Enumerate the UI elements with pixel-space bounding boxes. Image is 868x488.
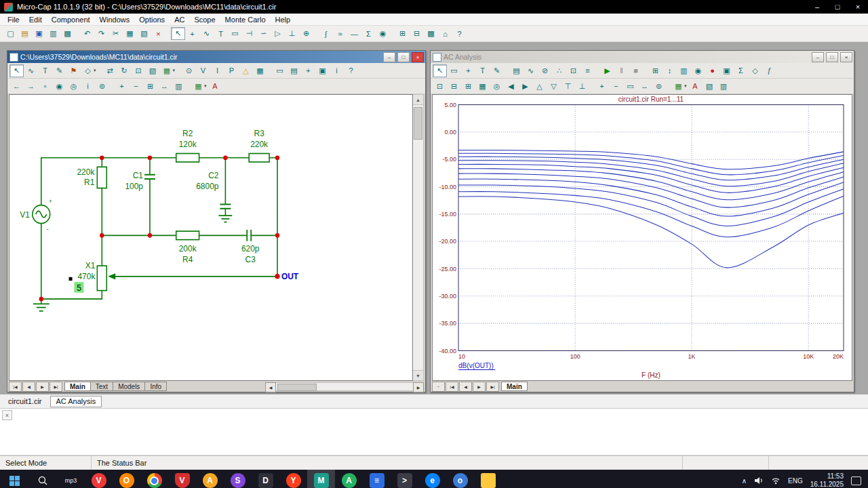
state-variables-icon[interactable]: Σ	[734, 64, 748, 77]
back-icon[interactable]: ←	[9, 80, 24, 93]
grid-icon[interactable]: ▦	[475, 80, 490, 93]
info-mode-icon[interactable]: i	[81, 80, 95, 93]
scroll-right-button[interactable]: ▶	[413, 382, 424, 392]
forward-icon[interactable]: →	[24, 80, 38, 93]
copy-graph-icon[interactable]: ▧	[703, 80, 717, 93]
pan-icon[interactable]: ↔	[157, 80, 172, 93]
limits-icon[interactable]: ⊞	[648, 64, 663, 77]
selection-handle[interactable]	[69, 277, 73, 281]
taskbar-clock[interactable]: 11:53 16.11.2025	[810, 472, 844, 488]
rotate-icon[interactable]: ↻	[117, 64, 132, 77]
taskbar-app-chrome[interactable]	[140, 470, 168, 488]
graphics-icon[interactable]: ✎	[490, 64, 504, 77]
search-button[interactable]	[28, 470, 57, 488]
open-file-icon[interactable]: ▤	[18, 27, 32, 40]
network-icon[interactable]	[771, 476, 781, 485]
analysis-minimize-button[interactable]: –	[812, 52, 824, 62]
font-icon[interactable]: A	[688, 80, 703, 93]
pause-icon[interactable]: ‖	[614, 64, 629, 77]
taskbar-app-music-tag[interactable]: mp3	[57, 470, 85, 488]
sheet-tab-main[interactable]: Main	[64, 382, 91, 391]
taskbar-app-app-s[interactable]: S	[224, 470, 252, 488]
stepping-icon[interactable]: ↕	[663, 64, 677, 77]
taskbar-app-file-explorer[interactable]	[474, 470, 502, 488]
first-page-button[interactable]: |◀	[446, 382, 458, 392]
analysis-page-tab-main[interactable]: Main	[501, 382, 528, 391]
page-icon[interactable]: ▥	[717, 80, 731, 93]
document-tab-circuit1[interactable]: circuit1.cir	[3, 396, 47, 407]
maximize-button[interactable]: □	[827, 0, 848, 14]
x1-param-value[interactable]: 5	[77, 283, 81, 292]
delete-icon[interactable]: ×	[151, 27, 165, 40]
prev-sheet-button[interactable]: ◀	[22, 382, 35, 392]
scope-mode-icon[interactable]: ▭	[447, 64, 461, 77]
x-axis-icon[interactable]: ⊟	[447, 80, 461, 93]
schematic-restore-button[interactable]: □	[397, 52, 410, 62]
undo-icon[interactable]: ↶	[80, 27, 94, 40]
component-icon[interactable]: ◇	[81, 64, 95, 77]
color-dropdown[interactable]: ▾	[173, 68, 176, 73]
sheet-tab-models[interactable]: Models	[113, 382, 145, 391]
info-icon[interactable]: i	[330, 64, 344, 77]
schematic-window-titlebar[interactable]: C:\Users\37529\Downloads\MC11\data\circu…	[7, 51, 425, 63]
ground-tool-icon[interactable]: ⊥	[285, 27, 299, 40]
cursor-mode-icon[interactable]: +	[461, 64, 475, 77]
help-icon[interactable]: ?	[452, 27, 467, 40]
font-icon[interactable]: A	[208, 80, 222, 93]
paste-icon[interactable]: ▧	[137, 27, 151, 40]
first-sheet-button[interactable]: |◀	[9, 382, 22, 392]
dc-analysis-icon[interactable]: —	[347, 27, 361, 40]
taskbar-app-micro-cap[interactable]: M	[307, 470, 335, 488]
find-next-icon[interactable]: ◎	[66, 80, 81, 93]
wire-icon[interactable]: ∿	[24, 64, 38, 77]
resistor-tool-icon[interactable]: ▭	[228, 27, 242, 40]
performance-icon[interactable]: ƒ	[762, 64, 776, 77]
panel-close-icon[interactable]: ×	[2, 410, 12, 420]
zoom-out-icon[interactable]: −	[609, 80, 623, 93]
scroll-left-button[interactable]: ◀	[265, 382, 276, 392]
palette-dropdown[interactable]: ▾	[204, 83, 207, 89]
analysis-plot-area[interactable]: 5.000.00-5.00-10.00-15.00-20.00-25.00-30…	[432, 94, 852, 381]
cursor-right-icon[interactable]: ▶	[518, 80, 532, 93]
zoom-in-icon[interactable]: +	[595, 80, 609, 93]
pan-graph-icon[interactable]: ↔	[637, 80, 652, 93]
close-button[interactable]: ×	[848, 0, 868, 14]
help-schematic-icon[interactable]: ?	[344, 64, 358, 77]
clock-icon[interactable]: ⊚	[95, 80, 109, 93]
menu-item-component[interactable]: Component	[47, 14, 95, 25]
menu-item-options[interactable]: Options	[134, 14, 170, 25]
copy-icon[interactable]: ▦	[123, 27, 137, 40]
cut-icon[interactable]: ✂	[108, 27, 123, 40]
node-voltages-icon[interactable]: V	[196, 64, 210, 77]
notification-center-icon[interactable]	[851, 476, 861, 485]
taskbar-app-notes[interactable]: ≡	[363, 470, 391, 488]
zoom-area-icon[interactable]: ▭	[623, 80, 637, 93]
text-icon[interactable]: T	[475, 64, 490, 77]
taskbar-app-antivirus[interactable]: V	[168, 470, 196, 488]
diode-tool-icon[interactable]: ▷	[271, 27, 285, 40]
docked-text-panel[interactable]: ×	[0, 409, 868, 455]
graphics-icon[interactable]: ✎	[52, 64, 66, 77]
taskbar-app-vivaldi[interactable]: V	[85, 470, 113, 488]
palette-icon[interactable]: ▦	[671, 80, 686, 93]
power-icon[interactable]: P	[224, 64, 239, 77]
3d-windows-icon[interactable]: ◇	[748, 64, 762, 77]
properties-icon[interactable]: ▤	[509, 64, 524, 77]
watch-icon[interactable]: ◉	[691, 64, 705, 77]
sheet-tab-info[interactable]: Info	[145, 382, 167, 391]
prev-page-button[interactable]: ◀	[459, 382, 472, 392]
delete-waveform-icon[interactable]: ⊘	[538, 64, 552, 77]
step-box-icon[interactable]: ⊡	[132, 64, 146, 77]
save-file-icon[interactable]: ▣	[32, 27, 46, 40]
tracker-icon[interactable]: ◎	[490, 80, 504, 93]
ruler-icon[interactable]: ≡	[580, 64, 595, 77]
zoom-in-icon[interactable]: +	[115, 80, 129, 93]
sheet-tab-text[interactable]: Text	[91, 382, 113, 391]
analysis-restore-button[interactable]: □	[826, 52, 838, 62]
grid-toggle-icon[interactable]: ▦	[253, 64, 267, 77]
cursor-left-icon[interactable]: ◀	[504, 80, 518, 93]
auto-scale-icon[interactable]: ⊡	[433, 80, 447, 93]
hidden-icons-chevron[interactable]: ∧	[742, 477, 747, 485]
language-indicator[interactable]: ENG	[788, 477, 803, 485]
text-mode-icon[interactable]: T	[214, 27, 228, 40]
